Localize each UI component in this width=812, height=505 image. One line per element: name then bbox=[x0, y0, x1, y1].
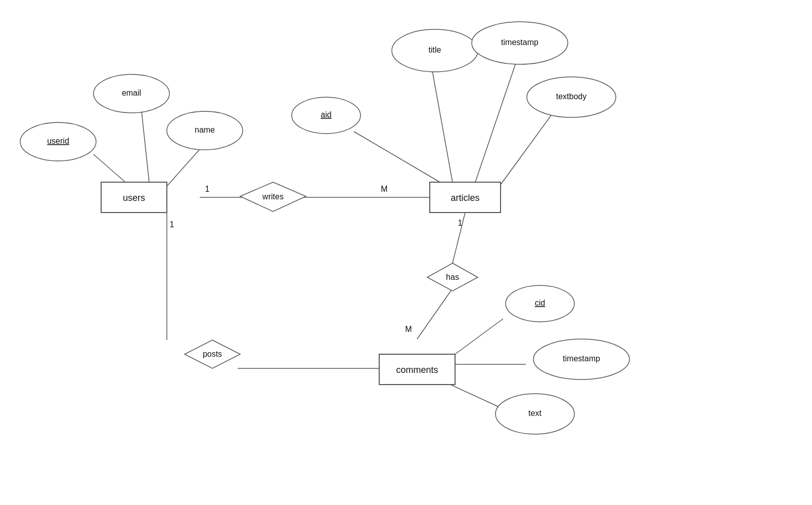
entity-articles-label: articles bbox=[450, 193, 479, 203]
line-articles-timestamp bbox=[475, 63, 516, 182]
card-users-posts-1: 1 bbox=[170, 220, 174, 229]
card-articles-has-1: 1 bbox=[458, 219, 463, 227]
attr-cid-label: cid bbox=[535, 299, 545, 307]
card-users-writes-1: 1 bbox=[205, 185, 210, 193]
line-has-comments bbox=[417, 288, 453, 339]
attr-aid-label: aid bbox=[321, 110, 331, 119]
rel-writes-label: writes bbox=[262, 192, 284, 201]
attr-text-label: text bbox=[528, 409, 542, 417]
er-diagram: 1 M 1 M 1 M users articles comments writ… bbox=[0, 0, 812, 505]
attr-userid-label: userid bbox=[47, 137, 69, 145]
line-comments-text bbox=[445, 382, 503, 409]
entity-users-label: users bbox=[123, 193, 145, 203]
entity-comments-label: comments bbox=[396, 365, 438, 375]
line-comments-cid bbox=[455, 319, 503, 354]
attr-title-label: title bbox=[429, 46, 441, 54]
line-users-email bbox=[142, 111, 149, 182]
line-articles-aid bbox=[354, 132, 440, 182]
line-articles-title bbox=[432, 71, 453, 182]
line-users-name bbox=[167, 149, 200, 186]
attr-email-label: email bbox=[122, 89, 141, 97]
attr-name-label: name bbox=[195, 125, 215, 134]
card-has-comments-M: M bbox=[405, 325, 412, 333]
rel-posts-label: posts bbox=[203, 350, 222, 358]
attr-timestamp-comments-label: timestamp bbox=[563, 354, 600, 363]
rel-has-label: has bbox=[446, 273, 459, 281]
card-writes-articles-M: M bbox=[381, 185, 387, 193]
attr-timestamp-articles-label: timestamp bbox=[501, 38, 538, 47]
line-articles-textbody bbox=[501, 115, 551, 185]
attr-textbody-label: textbody bbox=[556, 92, 587, 101]
